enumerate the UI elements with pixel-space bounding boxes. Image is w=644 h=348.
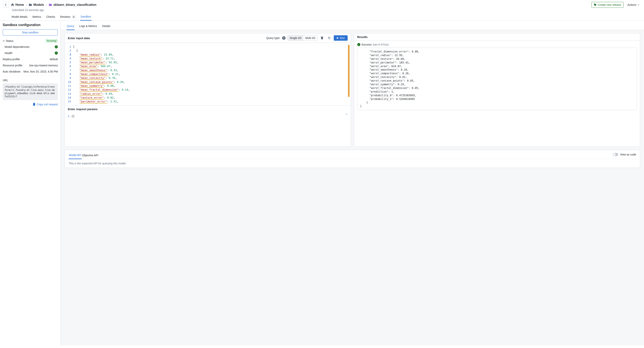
breadcrumb-current-label: sklearn_binary_classification: [54, 3, 96, 7]
check-icon: ✓: [357, 43, 360, 46]
resource-value: low-cpu-lowest-memory: [29, 64, 58, 67]
breadcrumb-separator: ›: [26, 3, 27, 6]
status-badge: Running: [46, 39, 58, 43]
breadcrumb-home[interactable]: Home: [11, 3, 24, 7]
folder-icon: [29, 3, 32, 6]
view-as-code-toggle[interactable]: [613, 153, 618, 156]
model-dependencies-row: Model dependencies ✓: [0, 44, 60, 50]
replica-value: default: [50, 58, 58, 61]
submitted-timestamp: Submitted 15 seconds ago: [0, 8, 644, 14]
undo-icon: [328, 37, 331, 40]
input-panel: Enter input data Query type: ? Single I/…: [64, 33, 351, 147]
chevron-down-icon: [3, 40, 4, 42]
success-label: Success: [362, 43, 372, 46]
single-io-toggle[interactable]: Single I/O: [288, 36, 303, 41]
scrollbar-track[interactable]: [348, 45, 350, 97]
result-output: "fractal_dimension_error": 0.08, "worst_…: [357, 48, 637, 110]
actions-label: Actions: [628, 3, 636, 6]
arrow-left-icon: [4, 3, 8, 6]
create-release-button[interactable]: Create new release: [592, 2, 624, 8]
tab-reviews-label: Reviews: [60, 15, 70, 18]
run-button[interactable]: Run: [334, 35, 348, 41]
api-description: This is the expected API for querying th…: [65, 159, 640, 168]
sidebar-title: Sandbox configuration: [0, 21, 60, 29]
actions-dropdown[interactable]: Actions: [626, 2, 641, 8]
check-icon: ✓: [55, 45, 58, 49]
shutdown-value: Mon, Nov 20, 2023, 4:30 PM: [24, 70, 58, 73]
io-toggle-group: Single I/O Multi I/O: [288, 35, 318, 41]
shutdown-label: Auto shutdown: [3, 70, 20, 73]
svg-rect-0: [33, 103, 35, 106]
play-icon: [336, 37, 339, 39]
check-icon: ✓: [55, 52, 58, 55]
sandbox-sub-tabs: Query Logs & Metrics Details: [61, 21, 644, 30]
run-time: (ran in 67ms): [373, 43, 388, 46]
create-release-label: Create new release: [598, 3, 621, 6]
health-row: Health ✓: [0, 50, 60, 56]
main-tabs: Model details Metrics Checks Reviews 0 S…: [0, 14, 644, 21]
resource-label: Resource profile: [3, 64, 22, 67]
model-deps-label: Model dependencies: [4, 45, 30, 49]
breadcrumb-current[interactable]: sklearn_binary_classification: [49, 3, 96, 7]
breadcrumb-models-label: Models: [33, 3, 44, 7]
breadcrumb-home-label: Home: [16, 3, 24, 7]
results-panel: Results ✓ Success (ran in 67ms) "fractal…: [354, 33, 640, 147]
tab-checks[interactable]: Checks: [46, 14, 56, 20]
url-value: /foundry-ml-live/api/inference/transform…: [3, 83, 58, 100]
copy-curl-button[interactable]: Copy curl request: [0, 101, 60, 107]
tab-model-details[interactable]: Model details: [11, 14, 28, 20]
params-title: Enter request params: [65, 105, 351, 113]
tag-icon: [594, 4, 596, 6]
breadcrumb-models[interactable]: Models: [29, 3, 44, 7]
tab-details[interactable]: Details: [102, 23, 111, 30]
tab-objective-api[interactable]: Objective API: [82, 152, 99, 159]
tab-sandbox[interactable]: Sandbox: [80, 14, 92, 21]
back-button[interactable]: [3, 2, 9, 8]
url-label: URL: [0, 77, 60, 82]
chevron-down-icon: [638, 4, 640, 6]
run-label: Run: [340, 37, 345, 40]
home-icon: [11, 3, 14, 7]
health-label: Health: [4, 52, 12, 55]
collapse-icon[interactable]: —: [346, 112, 348, 116]
copy-curl-label: Copy curl request: [36, 103, 58, 106]
api-panel: Model API Objective API View as code Thi…: [64, 150, 640, 168]
help-icon[interactable]: ?: [282, 36, 286, 40]
replica-label: Replica profile: [3, 58, 20, 61]
input-code-editor[interactable]: 123456789101112131415 [ { "mean_radius":…: [65, 43, 351, 105]
sidebar: Sandbox configuration Stop sandbox Statu…: [0, 21, 61, 345]
delete-button[interactable]: [320, 36, 324, 40]
params-code-editor[interactable]: 1 {} —: [65, 113, 351, 147]
clipboard-icon: [33, 103, 36, 106]
replica-profile-row: Replica profile default: [0, 56, 60, 62]
params-code: {}: [71, 115, 74, 118]
success-status: ✓ Success (ran in 67ms): [357, 43, 637, 46]
tab-model-api[interactable]: Model API: [68, 152, 82, 159]
results-title: Results: [357, 35, 368, 39]
stop-sandbox-button[interactable]: Stop sandbox: [3, 29, 58, 36]
resource-profile-row: Resource profile low-cpu-lowest-memory: [0, 62, 60, 69]
query-type-label: Query type:: [266, 37, 280, 40]
auto-shutdown-row: Auto shutdown Mon, Nov 20, 2023, 4:30 PM: [0, 69, 60, 75]
reset-button[interactable]: [326, 36, 332, 40]
tab-reviews[interactable]: Reviews 0: [60, 14, 76, 20]
status-section-toggle[interactable]: Status Running: [0, 38, 60, 44]
multi-io-toggle[interactable]: Multi I/O: [304, 36, 318, 41]
tab-metrics[interactable]: Metrics: [32, 14, 42, 20]
view-as-code-label: View as code: [620, 153, 636, 156]
tab-logs-metrics[interactable]: Logs & Metrics: [79, 23, 98, 30]
model-icon: [49, 3, 52, 6]
tab-query[interactable]: Query: [66, 23, 74, 30]
input-panel-title: Enter input data: [68, 37, 90, 40]
status-label: Status: [6, 39, 14, 43]
svg-rect-1: [34, 103, 35, 103]
reviews-count-badge: 0: [72, 16, 76, 19]
breadcrumb-separator: ›: [46, 3, 47, 6]
trash-icon: [321, 37, 323, 40]
